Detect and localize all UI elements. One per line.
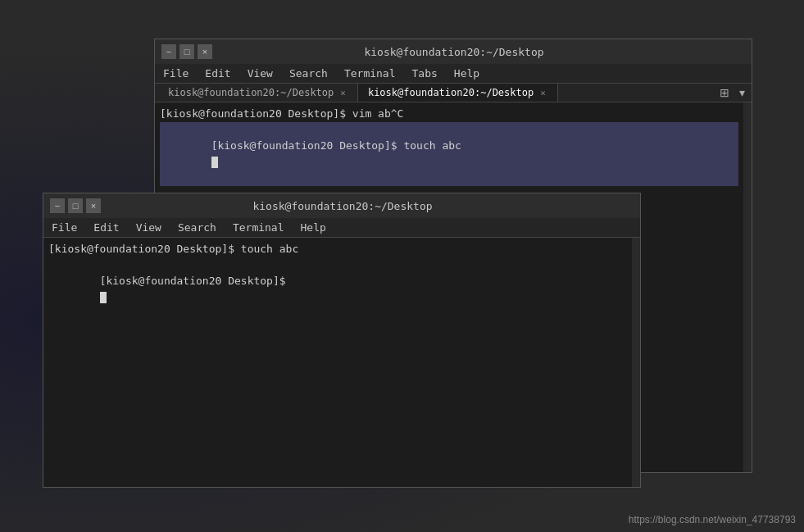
back-terminal-tab-actions: ⊞ ▾: [716, 84, 748, 101]
front-terminal-minimize-button[interactable]: −: [50, 198, 65, 213]
front-terminal-titlebar: − □ × kiosk@foundation20:~/Desktop: [43, 193, 640, 218]
back-terminal-tab-icon-button[interactable]: ⊞: [716, 84, 733, 101]
front-menu-view[interactable]: View: [131, 220, 166, 235]
front-menu-terminal[interactable]: Terminal: [228, 220, 289, 235]
front-terminal-maximize-button[interactable]: □: [68, 198, 83, 213]
back-menu-search[interactable]: Search: [284, 66, 333, 81]
back-term-line-1: [kiosk@foundation20 Desktop]$ vim ab^C: [160, 106, 738, 122]
back-menu-view[interactable]: View: [243, 66, 278, 81]
back-terminal-scrollbar[interactable]: [743, 102, 752, 472]
front-terminal: − □ × kiosk@foundation20:~/Desktop File …: [43, 193, 641, 488]
back-terminal-maximize-button[interactable]: □: [179, 44, 194, 59]
front-terminal-scrollbar[interactable]: [632, 238, 640, 487]
back-menu-terminal[interactable]: Terminal: [339, 66, 401, 81]
front-terminal-menubar: File Edit View Search Terminal Help: [43, 218, 640, 238]
back-terminal-menubar: File Edit View Search Terminal Tabs Help: [155, 64, 752, 84]
front-term-line-1: [kiosk@foundation20 Desktop]$ touch abc: [48, 241, 627, 257]
front-term-line-2: [kiosk@foundation20 Desktop]$: [48, 257, 627, 321]
front-terminal-win-controls: − □ ×: [50, 198, 101, 213]
back-menu-file[interactable]: File: [158, 66, 193, 81]
front-terminal-body: [kiosk@foundation20 Desktop]$ touch abc …: [43, 238, 640, 487]
back-term-line-2: [kiosk@foundation20 Desktop]$ touch abc: [160, 122, 738, 186]
back-terminal-cursor: [211, 157, 218, 168]
front-terminal-cursor: [100, 292, 107, 303]
back-terminal-tab-2[interactable]: kiosk@foundation20:~/Desktop ×: [358, 84, 558, 102]
back-terminal-tabbar: kiosk@foundation20:~/Desktop × kiosk@fou…: [155, 84, 752, 102]
back-menu-tabs[interactable]: Tabs: [407, 66, 443, 81]
back-terminal-close-button[interactable]: ×: [198, 44, 212, 59]
back-menu-help[interactable]: Help: [449, 66, 484, 81]
back-tab-1-close[interactable]: ×: [338, 88, 347, 98]
front-menu-edit[interactable]: Edit: [89, 220, 124, 235]
back-menu-edit[interactable]: Edit: [200, 66, 235, 81]
front-terminal-title: kiosk@foundation20:~/Desktop: [101, 200, 584, 212]
back-terminal-minimize-button[interactable]: −: [161, 44, 176, 59]
back-terminal-tab-1[interactable]: kiosk@foundation20:~/Desktop ×: [158, 84, 358, 102]
back-tab-1-label: kiosk@foundation20:~/Desktop: [168, 87, 334, 98]
back-terminal-win-controls: − □ ×: [161, 44, 212, 59]
back-terminal-tab-dropdown-button[interactable]: ▾: [736, 84, 748, 101]
front-terminal-content[interactable]: [kiosk@foundation20 Desktop]$ touch abc …: [43, 238, 632, 487]
watermark: https://blog.csdn.net/weixin_47738793: [629, 514, 796, 525]
front-menu-file[interactable]: File: [47, 220, 82, 235]
front-menu-help[interactable]: Help: [296, 220, 331, 235]
back-terminal-titlebar: − □ × kiosk@foundation20:~/Desktop: [155, 39, 752, 64]
back-tab-2-label: kiosk@foundation20:~/Desktop: [368, 87, 534, 98]
back-tab-2-close[interactable]: ×: [538, 88, 547, 98]
front-terminal-close-button[interactable]: ×: [86, 198, 101, 213]
front-menu-search[interactable]: Search: [173, 220, 221, 235]
back-terminal-title: kiosk@foundation20:~/Desktop: [212, 46, 696, 58]
